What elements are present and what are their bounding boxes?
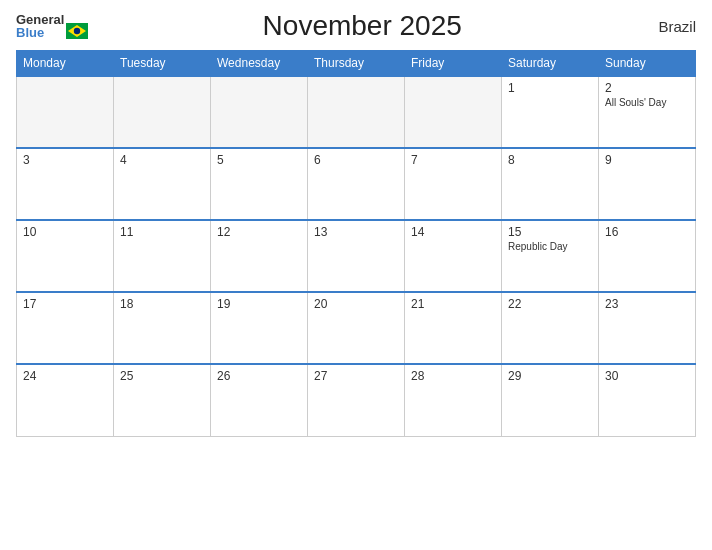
day-number: 23 — [605, 297, 689, 311]
day-number: 22 — [508, 297, 592, 311]
day-number: 24 — [23, 369, 107, 383]
calendar-cell: 11 — [114, 220, 211, 292]
calendar-cell: 4 — [114, 148, 211, 220]
day-number: 3 — [23, 153, 107, 167]
calendar-cell — [308, 76, 405, 148]
calendar-table: Monday Tuesday Wednesday Thursday Friday… — [16, 50, 696, 437]
day-number: 17 — [23, 297, 107, 311]
day-number: 27 — [314, 369, 398, 383]
calendar-cell — [114, 76, 211, 148]
calendar-cell — [17, 76, 114, 148]
day-number: 4 — [120, 153, 204, 167]
calendar-cell: 14 — [405, 220, 502, 292]
day-number: 7 — [411, 153, 495, 167]
header: General Blue November 2025 Brazil — [16, 10, 696, 42]
calendar-cell: 13 — [308, 220, 405, 292]
calendar-cell: 22 — [502, 292, 599, 364]
calendar-week-row: 3456789 — [17, 148, 696, 220]
calendar-cell: 7 — [405, 148, 502, 220]
calendar-cell: 8 — [502, 148, 599, 220]
calendar-cell: 28 — [405, 364, 502, 436]
calendar-cell: 6 — [308, 148, 405, 220]
calendar-cell — [211, 76, 308, 148]
calendar-week-row: 24252627282930 — [17, 364, 696, 436]
day-number: 13 — [314, 225, 398, 239]
day-number: 15 — [508, 225, 592, 239]
logo: General Blue — [16, 13, 88, 39]
header-monday: Monday — [17, 51, 114, 77]
flag-icon — [66, 23, 88, 39]
calendar-cell: 19 — [211, 292, 308, 364]
day-number: 2 — [605, 81, 689, 95]
day-number: 21 — [411, 297, 495, 311]
calendar-cell: 9 — [599, 148, 696, 220]
calendar-cell: 29 — [502, 364, 599, 436]
calendar-week-row: 101112131415Republic Day16 — [17, 220, 696, 292]
day-number: 5 — [217, 153, 301, 167]
calendar-cell: 26 — [211, 364, 308, 436]
holiday-label: Republic Day — [508, 241, 592, 252]
day-number: 30 — [605, 369, 689, 383]
calendar-cell: 15Republic Day — [502, 220, 599, 292]
day-number: 8 — [508, 153, 592, 167]
weekday-header-row: Monday Tuesday Wednesday Thursday Friday… — [17, 51, 696, 77]
calendar-cell: 25 — [114, 364, 211, 436]
day-number: 10 — [23, 225, 107, 239]
day-number: 25 — [120, 369, 204, 383]
calendar-cell: 1 — [502, 76, 599, 148]
calendar-cell: 2All Souls' Day — [599, 76, 696, 148]
holiday-label: All Souls' Day — [605, 97, 689, 108]
day-number: 29 — [508, 369, 592, 383]
header-friday: Friday — [405, 51, 502, 77]
calendar-cell: 5 — [211, 148, 308, 220]
day-number: 14 — [411, 225, 495, 239]
calendar-cell: 20 — [308, 292, 405, 364]
day-number: 20 — [314, 297, 398, 311]
calendar-cell: 18 — [114, 292, 211, 364]
day-number: 26 — [217, 369, 301, 383]
day-number: 6 — [314, 153, 398, 167]
header-wednesday: Wednesday — [211, 51, 308, 77]
calendar-cell: 24 — [17, 364, 114, 436]
day-number: 12 — [217, 225, 301, 239]
header-thursday: Thursday — [308, 51, 405, 77]
calendar-cell — [405, 76, 502, 148]
header-sunday: Sunday — [599, 51, 696, 77]
logo-blue-text: Blue — [16, 25, 44, 40]
calendar-week-row: 12All Souls' Day — [17, 76, 696, 148]
day-number: 28 — [411, 369, 495, 383]
calendar-page: General Blue November 2025 Brazil Monday… — [0, 0, 712, 550]
svg-point-2 — [74, 28, 80, 34]
header-tuesday: Tuesday — [114, 51, 211, 77]
country-label: Brazil — [636, 18, 696, 35]
calendar-cell: 27 — [308, 364, 405, 436]
calendar-title: November 2025 — [88, 10, 636, 42]
calendar-cell: 10 — [17, 220, 114, 292]
calendar-cell: 21 — [405, 292, 502, 364]
calendar-cell: 16 — [599, 220, 696, 292]
day-number: 9 — [605, 153, 689, 167]
calendar-cell: 12 — [211, 220, 308, 292]
calendar-cell: 17 — [17, 292, 114, 364]
day-number: 11 — [120, 225, 204, 239]
day-number: 1 — [508, 81, 592, 95]
calendar-cell: 30 — [599, 364, 696, 436]
day-number: 16 — [605, 225, 689, 239]
header-saturday: Saturday — [502, 51, 599, 77]
day-number: 18 — [120, 297, 204, 311]
calendar-week-row: 17181920212223 — [17, 292, 696, 364]
calendar-cell: 3 — [17, 148, 114, 220]
calendar-cell: 23 — [599, 292, 696, 364]
day-number: 19 — [217, 297, 301, 311]
